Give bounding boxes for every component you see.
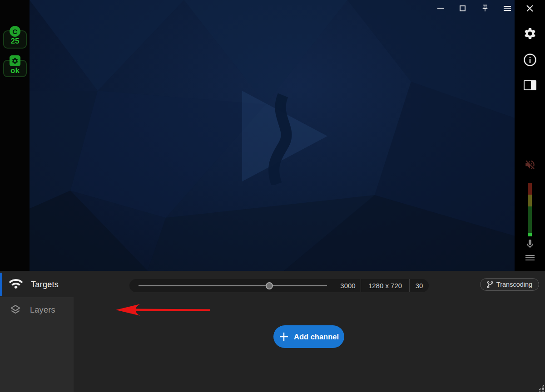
resolution-value[interactable]: 1280 x 720	[361, 279, 409, 292]
add-channel-button[interactable]: Add channel	[273, 325, 344, 348]
info-icon	[523, 53, 537, 67]
add-channel-label: Add channel	[294, 333, 339, 341]
transcoding-button[interactable]: Transcoding	[480, 278, 539, 291]
bitrate-slider[interactable]	[129, 279, 335, 292]
pin-icon	[481, 4, 489, 12]
plus-icon	[279, 332, 289, 342]
cloud-status-badge[interactable]: ok	[3, 60, 27, 77]
transcoding-branch-icon	[487, 281, 493, 288]
microphone-button[interactable]	[515, 238, 545, 250]
close-button[interactable]	[515, 2, 545, 15]
bitrate-slider-thumb[interactable]	[266, 282, 273, 289]
menu-icon	[504, 5, 511, 12]
gear-square-icon	[10, 55, 20, 66]
layers-panel: Layers	[0, 297, 74, 392]
c-circle-icon: C	[10, 26, 20, 37]
targets-label: Targets	[31, 280, 59, 289]
video-preview	[30, 0, 515, 271]
speaker-muted-icon	[524, 159, 536, 171]
minimize-icon	[437, 8, 444, 9]
resize-grip[interactable]	[538, 385, 545, 392]
microphone-icon	[525, 239, 535, 250]
fps-value[interactable]: 30	[410, 279, 429, 292]
info-button[interactable]	[515, 53, 545, 67]
settings-gear-icon	[523, 27, 537, 40]
volume-meter	[528, 183, 532, 236]
layers-label: Layers	[30, 305, 55, 315]
panel-toggle-icon	[524, 80, 536, 90]
layers-icon	[9, 304, 22, 316]
window-menu-button[interactable]	[500, 2, 514, 15]
panel-toggle-button[interactable]	[515, 79, 545, 92]
muted-speaker-button[interactable]	[515, 158, 545, 171]
stream-settings-group: 3000 1280 x 720 30	[129, 279, 429, 292]
close-icon	[526, 5, 534, 12]
audio-menu-lines-icon	[525, 254, 535, 262]
maximize-icon	[460, 5, 466, 11]
minimize-button[interactable]	[434, 2, 447, 15]
maximize-button[interactable]	[456, 2, 469, 15]
cpu-value: 25	[11, 37, 20, 45]
wifi-icon	[8, 278, 24, 291]
transcoding-label: Transcoding	[496, 281, 532, 288]
volume-meter-yellow	[528, 195, 532, 206]
audio-menu-button[interactable]	[515, 253, 545, 262]
tab-layers[interactable]: Layers	[0, 297, 74, 323]
cloud-status-value: ok	[10, 66, 20, 75]
cpu-status-badge[interactable]: C 25	[3, 30, 27, 49]
pin-button[interactable]	[478, 2, 492, 15]
app-window: C 25 ok	[0, 0, 545, 392]
bitrate-slider-track	[139, 285, 327, 286]
bottom-panel: Targets 3000 1280 x 720 30 Transcoding	[0, 271, 545, 392]
left-status-strip: C 25 ok	[0, 0, 30, 271]
volume-meter-peak	[528, 233, 532, 236]
tab-targets[interactable]: Targets	[0, 273, 129, 296]
bitrate-value[interactable]: 3000	[335, 279, 361, 292]
volume-meter-red	[528, 183, 532, 195]
settings-button[interactable]	[515, 26, 545, 41]
volume-meter-green	[528, 206, 532, 233]
annotation-arrow	[115, 303, 212, 317]
play-logo-icon	[238, 89, 329, 185]
